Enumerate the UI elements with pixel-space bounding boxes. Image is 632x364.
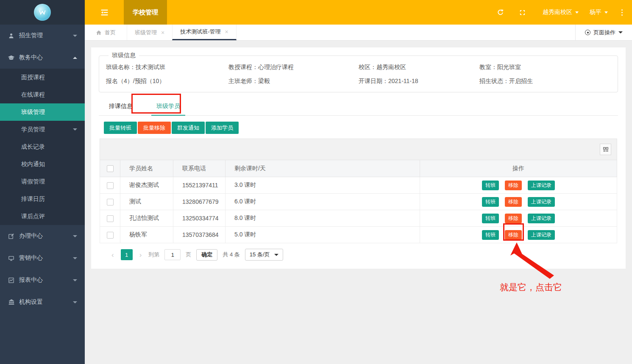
confirm-page-button[interactable]: 确定 bbox=[196, 249, 217, 261]
remove-button-highlighted[interactable]: 移除 bbox=[505, 230, 522, 240]
sidebar-item-enrollment[interactable]: 招生管理 bbox=[0, 25, 85, 47]
cell-hours: 5.0 课时 bbox=[226, 227, 420, 243]
table-row: 测试 13280677679 6.0 课时 转班 移除 上课记录 bbox=[100, 194, 617, 210]
campus-selector[interactable]: 越秀南校区 bbox=[543, 8, 579, 16]
user-menu[interactable]: 杨平 bbox=[590, 8, 608, 16]
fullscreen-icon[interactable] bbox=[519, 9, 526, 16]
sidebar-item-academic[interactable]: 教务中心 bbox=[0, 47, 85, 69]
campus-label: 越秀南校区 bbox=[543, 8, 572, 16]
page-size-select[interactable]: 15 条/页 bbox=[245, 249, 283, 261]
class-detail-panel: 班级信息 班级名称：技术测试班 教授课程：心理治疗课程 校区：越秀南校区 教室：… bbox=[91, 47, 626, 269]
table-row: 孔洁怡测试 13250334774 8.0 课时 转班 移除 上课记录 bbox=[100, 210, 617, 227]
cell-hours: 6.0 课时 bbox=[226, 194, 420, 210]
row-checkbox[interactable] bbox=[107, 199, 114, 206]
page-operations-dropdown[interactable]: 页面操作 bbox=[575, 25, 632, 40]
annotation-text: 就是它，点击它 bbox=[500, 281, 562, 293]
row-checkbox[interactable] bbox=[107, 232, 114, 239]
target-icon bbox=[585, 30, 590, 35]
remove-button[interactable]: 移除 bbox=[505, 214, 522, 223]
tab-label: 技术测试班-管理 bbox=[180, 28, 220, 36]
header-right-tools: 越秀南校区 杨平 bbox=[497, 8, 632, 17]
column-settings-button[interactable] bbox=[600, 144, 611, 155]
header-tab-school-management[interactable]: 学校管理 bbox=[124, 0, 167, 25]
info-enroll-status: 招生状态：开启招生 bbox=[479, 78, 618, 85]
page-number-input[interactable] bbox=[164, 249, 181, 260]
select-all-checkbox[interactable] bbox=[107, 165, 114, 172]
class-records-button[interactable]: 上课记录 bbox=[528, 181, 555, 190]
info-start-date: 开课日期：2021-11-18 bbox=[359, 78, 479, 85]
chevron-down-icon bbox=[73, 257, 77, 259]
sidebar-item-report-center[interactable]: 报表中心 bbox=[0, 269, 85, 291]
bulk-add-student-button[interactable]: 添加学员 bbox=[206, 122, 239, 134]
kebab-menu-icon[interactable] bbox=[619, 8, 625, 17]
close-icon[interactable]: × bbox=[225, 28, 228, 35]
chevron-down-icon bbox=[73, 235, 77, 237]
app-window: 招生管理 教务中心 面授课程 在线课程 班级管理 学员管理 成长记录 校内通知 … bbox=[0, 0, 632, 364]
bulk-remove-button[interactable]: 批量移除 bbox=[138, 122, 171, 134]
edit-icon bbox=[8, 233, 15, 239]
transfer-button[interactable]: 转班 bbox=[482, 214, 499, 223]
tab-tech-test-class[interactable]: 技术测试班-管理 × bbox=[172, 25, 237, 40]
current-page-button[interactable]: 1 bbox=[121, 249, 133, 260]
row-checkbox[interactable] bbox=[107, 215, 114, 222]
next-page-icon[interactable]: › bbox=[138, 251, 144, 258]
breadcrumb-tabbar: 首页 班级管理 × 技术测试班-管理 × 页面操作 bbox=[85, 25, 632, 41]
cell-phone: 13570373684 bbox=[173, 227, 226, 243]
brand-logo bbox=[34, 4, 51, 21]
prev-page-icon[interactable]: ‹ bbox=[110, 251, 116, 258]
class-records-button[interactable]: 上课记录 bbox=[528, 214, 555, 223]
submenu-label: 成长记录 bbox=[21, 143, 45, 151]
col-student-name: 学员姓名 bbox=[120, 160, 173, 177]
sidebar-item-label: 机构设置 bbox=[19, 298, 43, 306]
sidebar-item-leave-management[interactable]: 请假管理 bbox=[0, 173, 85, 190]
cell-phone: 15521397411 bbox=[173, 177, 226, 194]
sidebar-item-class-reviews[interactable]: 课后点评 bbox=[0, 208, 85, 225]
sidebar-item-growth-records[interactable]: 成长记录 bbox=[0, 138, 85, 156]
user-icon bbox=[8, 33, 15, 39]
sidebar-item-student-management[interactable]: 学员管理 bbox=[0, 121, 85, 138]
header-tab-label: 学校管理 bbox=[133, 8, 158, 17]
collapse-menu-icon[interactable] bbox=[85, 8, 124, 17]
remove-button[interactable]: 移除 bbox=[505, 197, 522, 207]
sidebar-item-online-courses[interactable]: 在线课程 bbox=[0, 86, 85, 103]
tab-class-management[interactable]: 班级管理 × bbox=[127, 25, 172, 40]
info-teacher: 主班老师：梁毅 bbox=[228, 78, 359, 85]
info-campus: 校区：越秀南校区 bbox=[359, 64, 479, 71]
sidebar-item-school-notices[interactable]: 校内通知 bbox=[0, 156, 85, 173]
cell-student-name: 测试 bbox=[120, 194, 173, 210]
class-records-button[interactable]: 上课记录 bbox=[528, 230, 555, 240]
chevron-down-icon bbox=[575, 11, 579, 14]
cell-hours: 8.0 课时 bbox=[226, 210, 420, 227]
transfer-button[interactable]: 转班 bbox=[482, 230, 499, 240]
close-icon[interactable]: × bbox=[161, 29, 164, 36]
sidebar-submenu: 面授课程 在线课程 班级管理 学员管理 成长记录 校内通知 请假管理 排课日历 … bbox=[0, 69, 85, 225]
sidebar-item-transaction-center[interactable]: 办理中心 bbox=[0, 225, 85, 247]
refresh-icon[interactable] bbox=[497, 9, 504, 16]
total-count-label: 共 4 条 bbox=[223, 251, 239, 258]
tab-schedule-info[interactable]: 排课信息 bbox=[104, 98, 138, 115]
sidebar-item-offline-courses[interactable]: 面授课程 bbox=[0, 69, 85, 86]
bulk-notify-button[interactable]: 群发通知 bbox=[172, 122, 205, 134]
info-enrolled: 报名（4）/预招（10） bbox=[106, 78, 228, 85]
info-class-name: 班级名称：技术测试班 bbox=[106, 64, 228, 71]
chevron-down-icon bbox=[274, 254, 278, 256]
sidebar-item-institution-settings[interactable]: 机构设置 bbox=[0, 291, 85, 313]
transfer-button[interactable]: 转班 bbox=[482, 181, 499, 190]
chart-line-icon bbox=[8, 277, 15, 283]
submenu-label: 班级管理 bbox=[21, 108, 45, 116]
cell-phone: 13280677679 bbox=[173, 194, 226, 210]
transfer-button[interactable]: 转班 bbox=[482, 197, 499, 207]
page-operations-label: 页面操作 bbox=[593, 29, 615, 36]
sidebar-item-schedule-calendar[interactable]: 排课日历 bbox=[0, 190, 85, 208]
pagination: ‹ 1 › 到第 页 确定 共 4 条 15 条/页 bbox=[100, 243, 617, 261]
tab-class-students[interactable]: 班级学员 bbox=[151, 98, 185, 116]
remove-button[interactable]: 移除 bbox=[505, 181, 522, 190]
bulk-transfer-button[interactable]: 批量转班 bbox=[104, 122, 137, 134]
row-checkbox[interactable] bbox=[107, 182, 114, 189]
col-remaining-hours: 剩余课时/天 bbox=[226, 160, 420, 177]
col-phone: 联系电话 bbox=[173, 160, 226, 177]
tab-home[interactable]: 首页 bbox=[85, 25, 127, 40]
sidebar-item-marketing-center[interactable]: 营销中心 bbox=[0, 247, 85, 269]
class-records-button[interactable]: 上课记录 bbox=[528, 197, 555, 207]
sidebar-item-class-management[interactable]: 班级管理 bbox=[0, 103, 85, 121]
